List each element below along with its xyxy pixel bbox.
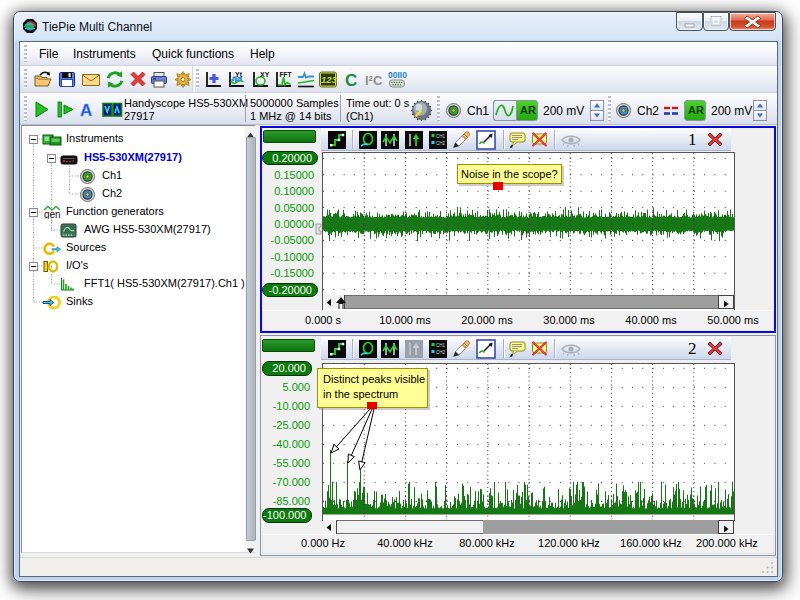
svg-text:Yt: Yt <box>235 71 243 78</box>
svg-text:A: A <box>80 101 92 119</box>
svg-text:00II0: 00II0 <box>388 70 407 80</box>
svg-text:CH2: CH2 <box>436 140 445 145</box>
svg-text:FFT: FFT <box>280 71 292 78</box>
svg-text:C: C <box>345 71 357 90</box>
svg-text:123: 123 <box>321 74 338 85</box>
svg-text:CH2: CH2 <box>436 349 445 354</box>
svg-text:I²C: I²C <box>365 73 383 88</box>
svg-text:gen: gen <box>44 209 61 219</box>
svg-text:XY: XY <box>260 71 270 78</box>
svg-text:CH1: CH1 <box>436 133 445 138</box>
svg-text:CH1: CH1 <box>436 342 445 347</box>
